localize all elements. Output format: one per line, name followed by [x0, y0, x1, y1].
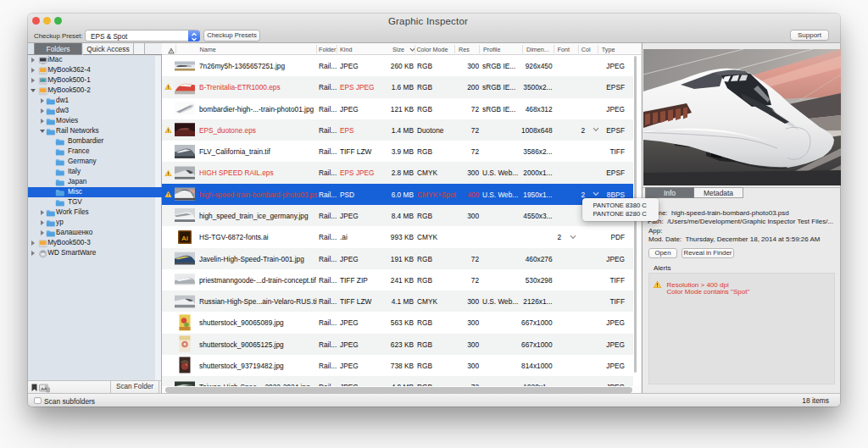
svg-text:Ai: Ai	[181, 234, 188, 241]
